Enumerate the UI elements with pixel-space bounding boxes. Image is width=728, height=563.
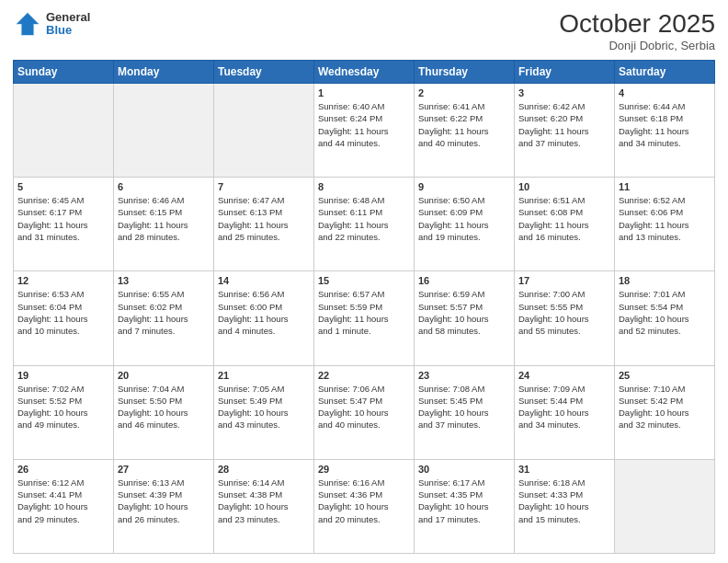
day-number: 28	[218, 464, 310, 475]
calendar-cell: 15Sunrise: 6:57 AM Sunset: 5:59 PM Dayli…	[314, 271, 415, 365]
calendar-cell: 9Sunrise: 6:50 AM Sunset: 6:09 PM Daylig…	[415, 178, 515, 271]
day-number: 5	[17, 181, 109, 192]
day-info: Sunrise: 6:16 AM Sunset: 4:36 PM Dayligh…	[318, 477, 410, 525]
day-info: Sunrise: 6:51 AM Sunset: 6:08 PM Dayligh…	[518, 194, 610, 243]
day-info: Sunrise: 6:40 AM Sunset: 6:24 PM Dayligh…	[318, 100, 410, 149]
calendar-header-saturday: Saturday	[615, 61, 715, 84]
day-number: 22	[318, 370, 410, 381]
day-info: Sunrise: 6:56 AM Sunset: 6:00 PM Dayligh…	[218, 288, 310, 337]
logo-icon	[13, 9, 42, 39]
day-number: 14	[218, 275, 310, 286]
calendar-cell: 31Sunrise: 6:18 AM Sunset: 4:33 PM Dayli…	[515, 459, 615, 553]
day-number: 21	[218, 370, 310, 381]
logo: General Blue	[13, 9, 90, 39]
calendar-cell: 1Sunrise: 6:40 AM Sunset: 6:24 PM Daylig…	[314, 84, 415, 178]
calendar-cell: 3Sunrise: 6:42 AM Sunset: 6:20 PM Daylig…	[515, 84, 615, 178]
page: General Blue October 2025 Donji Dobric, …	[0, 0, 728, 563]
day-number: 31	[518, 464, 610, 475]
day-number: 8	[318, 181, 410, 192]
day-number: 1	[318, 87, 410, 98]
day-number: 4	[619, 87, 711, 98]
day-number: 30	[418, 464, 510, 475]
day-info: Sunrise: 7:09 AM Sunset: 5:44 PM Dayligh…	[518, 383, 610, 431]
calendar-cell: 22Sunrise: 7:06 AM Sunset: 5:47 PM Dayli…	[314, 365, 415, 459]
calendar-header-tuesday: Tuesday	[214, 61, 314, 84]
day-info: Sunrise: 7:06 AM Sunset: 5:47 PM Dayligh…	[318, 383, 410, 431]
day-number: 13	[118, 275, 210, 286]
calendar-cell: 19Sunrise: 7:02 AM Sunset: 5:52 PM Dayli…	[14, 365, 114, 459]
day-info: Sunrise: 6:17 AM Sunset: 4:35 PM Dayligh…	[418, 477, 510, 525]
calendar-cell	[615, 459, 715, 553]
calendar-cell: 20Sunrise: 7:04 AM Sunset: 5:50 PM Dayli…	[114, 365, 214, 459]
calendar-cell: 13Sunrise: 6:55 AM Sunset: 6:02 PM Dayli…	[114, 271, 214, 365]
day-number: 9	[418, 181, 510, 192]
calendar-cell	[114, 84, 214, 178]
calendar-cell: 27Sunrise: 6:13 AM Sunset: 4:39 PM Dayli…	[114, 459, 214, 553]
calendar-week-3: 12Sunrise: 6:53 AM Sunset: 6:04 PM Dayli…	[14, 271, 715, 365]
calendar-header-sunday: Sunday	[14, 61, 114, 84]
calendar-cell: 30Sunrise: 6:17 AM Sunset: 4:35 PM Dayli…	[415, 459, 515, 553]
calendar-cell: 7Sunrise: 6:47 AM Sunset: 6:13 PM Daylig…	[214, 178, 314, 271]
calendar-cell: 6Sunrise: 6:46 AM Sunset: 6:15 PM Daylig…	[114, 178, 214, 271]
calendar-cell: 21Sunrise: 7:05 AM Sunset: 5:49 PM Dayli…	[214, 365, 314, 459]
day-info: Sunrise: 6:14 AM Sunset: 4:38 PM Dayligh…	[218, 477, 310, 525]
day-info: Sunrise: 7:05 AM Sunset: 5:49 PM Dayligh…	[218, 383, 310, 431]
day-info: Sunrise: 7:01 AM Sunset: 5:54 PM Dayligh…	[619, 288, 711, 337]
day-number: 24	[518, 370, 610, 381]
day-info: Sunrise: 7:04 AM Sunset: 5:50 PM Dayligh…	[118, 383, 210, 431]
calendar-cell: 8Sunrise: 6:48 AM Sunset: 6:11 PM Daylig…	[314, 178, 415, 271]
day-info: Sunrise: 6:41 AM Sunset: 6:22 PM Dayligh…	[418, 100, 510, 149]
calendar-cell: 12Sunrise: 6:53 AM Sunset: 6:04 PM Dayli…	[14, 271, 114, 365]
calendar-header-thursday: Thursday	[415, 61, 515, 84]
day-info: Sunrise: 6:12 AM Sunset: 4:41 PM Dayligh…	[17, 477, 109, 525]
title-area: October 2025 Donji Dobric, Serbia	[559, 9, 715, 52]
calendar-week-2: 5Sunrise: 6:45 AM Sunset: 6:17 PM Daylig…	[14, 178, 715, 271]
calendar-cell: 24Sunrise: 7:09 AM Sunset: 5:44 PM Dayli…	[515, 365, 615, 459]
calendar-cell	[214, 84, 314, 178]
calendar-header-monday: Monday	[114, 61, 214, 84]
calendar-header-friday: Friday	[515, 61, 615, 84]
calendar-cell: 16Sunrise: 6:59 AM Sunset: 5:57 PM Dayli…	[415, 271, 515, 365]
day-number: 7	[218, 181, 310, 192]
day-info: Sunrise: 7:08 AM Sunset: 5:45 PM Dayligh…	[418, 383, 510, 431]
day-info: Sunrise: 7:00 AM Sunset: 5:55 PM Dayligh…	[518, 288, 610, 337]
day-number: 17	[518, 275, 610, 286]
day-number: 29	[318, 464, 410, 475]
calendar-cell: 23Sunrise: 7:08 AM Sunset: 5:45 PM Dayli…	[415, 365, 515, 459]
calendar-header-row: SundayMondayTuesdayWednesdayThursdayFrid…	[14, 61, 715, 84]
day-number: 6	[118, 181, 210, 192]
month-title: October 2025	[559, 9, 715, 39]
day-number: 15	[318, 275, 410, 286]
calendar-table: SundayMondayTuesdayWednesdayThursdayFrid…	[13, 60, 715, 554]
logo-blue-text: Blue	[46, 24, 90, 37]
day-info: Sunrise: 6:47 AM Sunset: 6:13 PM Dayligh…	[218, 194, 310, 243]
calendar-cell: 26Sunrise: 6:12 AM Sunset: 4:41 PM Dayli…	[14, 459, 114, 553]
calendar-week-1: 1Sunrise: 6:40 AM Sunset: 6:24 PM Daylig…	[14, 84, 715, 178]
calendar-cell: 29Sunrise: 6:16 AM Sunset: 4:36 PM Dayli…	[314, 459, 415, 553]
day-info: Sunrise: 6:18 AM Sunset: 4:33 PM Dayligh…	[518, 477, 610, 525]
day-number: 11	[619, 181, 711, 192]
location: Donji Dobric, Serbia	[559, 39, 715, 52]
header: General Blue October 2025 Donji Dobric, …	[13, 9, 715, 52]
calendar-cell: 4Sunrise: 6:44 AM Sunset: 6:18 PM Daylig…	[615, 84, 715, 178]
day-number: 27	[118, 464, 210, 475]
day-number: 18	[619, 275, 711, 286]
day-number: 23	[418, 370, 510, 381]
day-info: Sunrise: 6:52 AM Sunset: 6:06 PM Dayligh…	[619, 194, 711, 243]
day-number: 20	[118, 370, 210, 381]
day-info: Sunrise: 6:46 AM Sunset: 6:15 PM Dayligh…	[118, 194, 210, 243]
day-number: 3	[518, 87, 610, 98]
calendar-cell: 17Sunrise: 7:00 AM Sunset: 5:55 PM Dayli…	[515, 271, 615, 365]
calendar-header-wednesday: Wednesday	[314, 61, 415, 84]
day-number: 26	[17, 464, 109, 475]
calendar-cell: 5Sunrise: 6:45 AM Sunset: 6:17 PM Daylig…	[14, 178, 114, 271]
day-info: Sunrise: 7:10 AM Sunset: 5:42 PM Dayligh…	[619, 383, 711, 431]
calendar-cell: 25Sunrise: 7:10 AM Sunset: 5:42 PM Dayli…	[615, 365, 715, 459]
day-info: Sunrise: 7:02 AM Sunset: 5:52 PM Dayligh…	[17, 383, 109, 431]
calendar-cell: 10Sunrise: 6:51 AM Sunset: 6:08 PM Dayli…	[515, 178, 615, 271]
calendar-cell: 14Sunrise: 6:56 AM Sunset: 6:00 PM Dayli…	[214, 271, 314, 365]
calendar-week-4: 19Sunrise: 7:02 AM Sunset: 5:52 PM Dayli…	[14, 365, 715, 459]
day-info: Sunrise: 6:44 AM Sunset: 6:18 PM Dayligh…	[619, 100, 711, 149]
calendar-cell	[14, 84, 114, 178]
day-number: 10	[518, 181, 610, 192]
